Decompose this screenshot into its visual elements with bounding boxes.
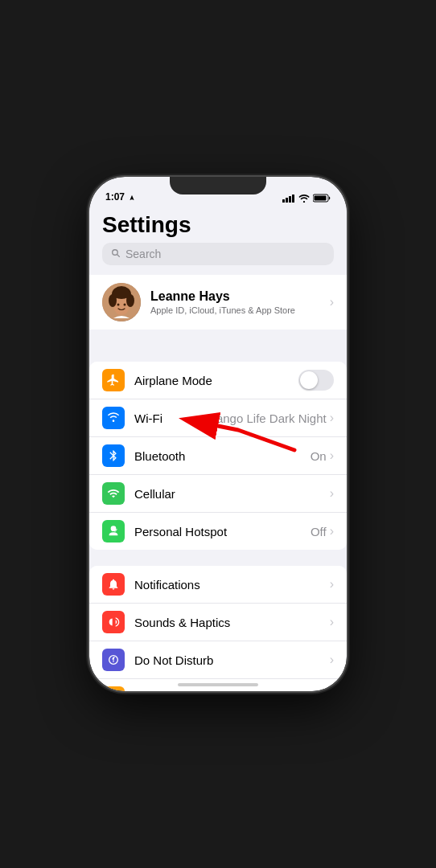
phone-frame: 1:07 xyxy=(89,177,347,691)
apple-id-chevron: › xyxy=(330,295,334,309)
cellular-row[interactable]: Cellular › xyxy=(89,475,347,513)
bluetooth-label: Bluetooth xyxy=(134,449,311,463)
hotspot-icon xyxy=(102,520,125,542)
airplane-mode-icon xyxy=(102,369,125,391)
notch xyxy=(170,177,266,194)
status-icons xyxy=(282,194,331,203)
screen-time-chevron: › xyxy=(330,690,334,691)
svg-rect-1 xyxy=(286,198,288,203)
cellular-icon xyxy=(102,482,125,505)
search-placeholder: Search xyxy=(125,248,161,260)
notifications-icon xyxy=(102,573,125,596)
avatar xyxy=(102,283,141,321)
hotspot-row[interactable]: Personal Hotspot Off › xyxy=(89,513,347,550)
svg-rect-3 xyxy=(292,194,294,203)
dnd-row[interactable]: Do Not Disturb › xyxy=(89,641,347,679)
wifi-icon xyxy=(102,407,125,429)
notifications-label: Notifications xyxy=(134,578,330,592)
wifi-chevron: › xyxy=(330,411,334,425)
home-indicator xyxy=(178,683,258,686)
wifi-row[interactable]: Wi-Fi Mango Life Dark Night › xyxy=(89,399,347,437)
cellular-chevron: › xyxy=(330,486,334,501)
screen-time-icon xyxy=(102,686,125,691)
wifi-label: Wi-Fi xyxy=(134,411,206,425)
bluetooth-row[interactable]: Bluetooth On › xyxy=(89,437,347,475)
cellular-label: Cellular xyxy=(134,487,330,501)
separator-1 xyxy=(89,346,347,362)
apple-id-info: Leanne Hays Apple ID, iCloud, iTunes & A… xyxy=(150,289,330,315)
search-icon xyxy=(110,248,121,260)
notifications-chevron: › xyxy=(330,577,334,592)
bluetooth-icon xyxy=(102,444,125,467)
search-bar[interactable]: Search xyxy=(102,243,334,265)
svg-rect-2 xyxy=(289,196,291,203)
svg-rect-5 xyxy=(315,196,327,201)
sounds-icon xyxy=(102,611,125,633)
settings-content[interactable]: Settings Search xyxy=(89,206,347,691)
bluetooth-value: On xyxy=(311,449,327,463)
sounds-chevron: › xyxy=(330,615,334,629)
battery-icon xyxy=(313,194,331,203)
wifi-value: Mango Life Dark Night xyxy=(206,411,326,425)
dnd-icon xyxy=(102,649,125,671)
screen: 1:07 xyxy=(89,177,347,691)
hotspot-chevron: › xyxy=(330,524,334,538)
svg-point-13 xyxy=(124,304,126,306)
svg-point-12 xyxy=(117,304,120,306)
status-time: 1:07 xyxy=(105,191,135,203)
page-title: Settings xyxy=(89,206,347,243)
apple-id-row[interactable]: Leanne Hays Apple ID, iCloud, iTunes & A… xyxy=(89,275,347,330)
dnd-chevron: › xyxy=(330,653,334,667)
toggle-knob xyxy=(300,371,318,389)
hotspot-label: Personal Hotspot xyxy=(134,525,311,538)
notifications-row[interactable]: Notifications › xyxy=(89,566,347,604)
svg-rect-0 xyxy=(282,199,285,203)
airplane-mode-row[interactable]: Airplane Mode xyxy=(89,362,347,399)
avatar-image xyxy=(102,283,141,321)
bluetooth-chevron: › xyxy=(330,448,334,463)
screen-time-label: Screen Time xyxy=(134,691,330,692)
sounds-label: Sounds & Haptics xyxy=(134,616,330,629)
connectivity-section: Airplane Mode Wi-Fi Mango Life Dark Nigh… xyxy=(89,362,347,550)
airplane-mode-label: Airplane Mode xyxy=(134,374,298,387)
apple-id-subtitle: Apple ID, iCloud, iTunes & App Store xyxy=(150,305,330,315)
airplane-mode-toggle[interactable] xyxy=(298,370,334,391)
dnd-label: Do Not Disturb xyxy=(134,653,330,667)
svg-point-11 xyxy=(113,288,130,299)
wifi-status-icon xyxy=(298,194,310,203)
apple-id-name: Leanne Hays xyxy=(150,289,330,304)
system-section: Notifications › Sounds & Haptics › xyxy=(89,566,347,691)
sounds-row[interactable]: Sounds & Haptics › xyxy=(89,604,347,641)
hotspot-value: Off xyxy=(311,525,327,538)
signal-icon xyxy=(282,194,295,203)
